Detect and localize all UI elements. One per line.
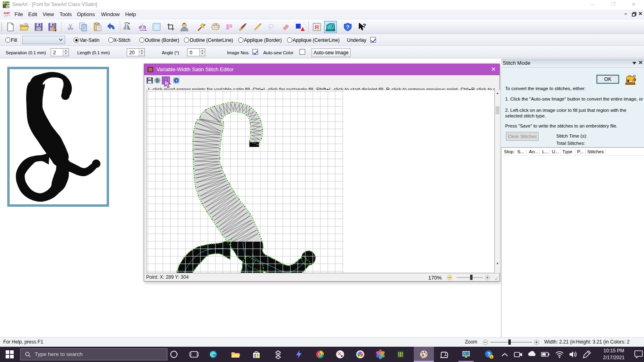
svg-text:?: ? [346, 24, 349, 30]
svg-text:d: d [139, 25, 142, 29]
svg-text:SAF: SAF [4, 11, 10, 15]
svg-text:w: w [203, 23, 206, 27]
svg-text:b: b [143, 25, 146, 29]
svg-text:R: R [315, 24, 319, 31]
svg-text:?: ? [175, 79, 178, 83]
svg-text:!: ! [491, 356, 492, 359]
svg-text:S: S [156, 78, 159, 83]
svg-text:?: ? [363, 23, 366, 29]
